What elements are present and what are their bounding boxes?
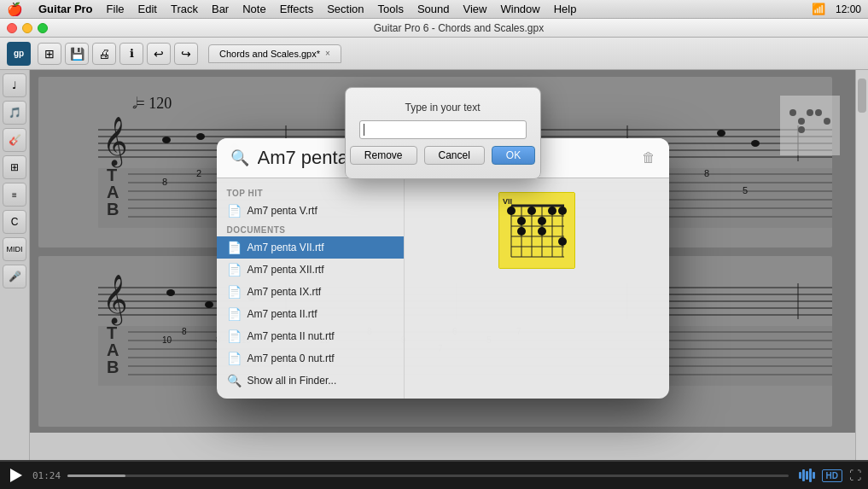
svg-point-95 xyxy=(807,109,813,116)
result-text-3: Am7 penta IX.rtf xyxy=(248,286,322,298)
result-text-finder: Show all in Finder... xyxy=(248,375,337,387)
play-icon xyxy=(10,469,22,482)
effects-menu[interactable]: Effects xyxy=(273,0,321,19)
result-item-5[interactable]: 📄 Am7 penta II nut.rtf xyxy=(217,325,404,347)
menubar: 🍎 Guitar Pro File Edit Track Bar Note Ef… xyxy=(0,0,868,19)
documents-label: DOCUMENTS xyxy=(217,222,404,236)
menubar-right: 📶 12:00 xyxy=(812,3,861,15)
toolbar-btn-info[interactable]: ℹ xyxy=(119,43,143,65)
spotlight-search-icon: 🔍 xyxy=(230,148,249,167)
sidebar-icon-2[interactable]: 🎵 xyxy=(3,101,26,125)
top-hit-label: TOP HIT xyxy=(217,185,404,200)
scrollbar-thumb[interactable] xyxy=(858,79,866,113)
tab-close-btn[interactable]: × xyxy=(325,49,330,58)
sidebar-icon-6[interactable]: C xyxy=(3,210,26,234)
traffic-lights xyxy=(7,23,48,33)
result-text-0: Am7 penta V.rtf xyxy=(248,205,317,217)
waveform-bar-1 xyxy=(799,472,801,479)
bottom-bar: 01:24 HD ⛶ xyxy=(0,462,868,489)
toolbar-btn-redo[interactable]: ↪ xyxy=(174,43,198,65)
view-menu[interactable]: View xyxy=(457,0,494,19)
tools-menu[interactable]: Tools xyxy=(371,0,411,19)
toolbar-btn-3[interactable]: 🖨 xyxy=(92,43,116,65)
progress-bar[interactable] xyxy=(67,474,788,477)
result-item-0[interactable]: 📄 Am7 penta V.rtf xyxy=(217,200,404,222)
sidebar-icon-mic[interactable]: 🎤 xyxy=(3,265,26,288)
svg-point-93 xyxy=(789,109,796,116)
minimize-button[interactable] xyxy=(22,23,32,33)
result-icon-1: 📄 xyxy=(227,241,241,254)
result-item-3[interactable]: 📄 Am7 penta IX.rtf xyxy=(217,281,404,303)
dialog-buttons: Remove Cancel OK xyxy=(359,146,527,165)
svg-point-85 xyxy=(527,207,536,215)
svg-point-84 xyxy=(517,217,526,225)
result-icon-0: 📄 xyxy=(227,204,241,218)
toolbar-btn-undo[interactable]: ↩ xyxy=(147,43,171,65)
clock: 12:00 xyxy=(836,3,861,15)
result-text-6: Am7 penta 0 nut.rtf xyxy=(248,352,335,364)
result-icon-finder: 🔍 xyxy=(227,374,241,387)
svg-text:VII: VII xyxy=(503,197,512,206)
track-menu[interactable]: Track xyxy=(164,0,205,19)
section-menu[interactable]: Section xyxy=(320,0,370,19)
result-item-finder[interactable]: 🔍 Show all in Finder... xyxy=(217,370,404,392)
sidebar-icon-3[interactable]: 🎸 xyxy=(3,128,26,152)
bar-menu[interactable]: Bar xyxy=(205,0,236,19)
svg-point-90 xyxy=(538,227,546,236)
result-icon-6: 📄 xyxy=(227,352,241,365)
waveform-bar-2 xyxy=(802,469,805,481)
result-text-4: Am7 penta II.rtf xyxy=(248,308,317,320)
spotlight-clear-button[interactable]: 🗑 xyxy=(642,150,655,166)
result-item-1[interactable]: 📄 Am7 penta VII.rtf xyxy=(217,236,404,259)
result-text-5: Am7 penta II nut.rtf xyxy=(248,330,335,342)
result-icon-2: 📄 xyxy=(227,263,241,277)
waveform-bar-5 xyxy=(813,472,815,479)
sound-menu[interactable]: Sound xyxy=(411,0,457,19)
left-sidebar: ♩ 🎵 🎸 ⊞ ≡ C MIDI 🎤 xyxy=(0,70,30,460)
tab-title: Chords and Scales.gpx* xyxy=(219,49,320,59)
ok-button[interactable]: OK xyxy=(492,146,535,165)
sidebar-icon-midi[interactable]: MIDI xyxy=(3,237,26,261)
play-button[interactable] xyxy=(7,466,26,485)
svg-point-91 xyxy=(558,237,567,246)
close-button[interactable] xyxy=(7,23,17,33)
app-menu[interactable]: Guitar Pro xyxy=(32,0,100,19)
svg-point-87 xyxy=(548,207,556,215)
right-scrollbar[interactable] xyxy=(855,70,868,460)
edit-menu[interactable]: Edit xyxy=(131,0,164,19)
sidebar-icon-5[interactable]: ≡ xyxy=(3,183,26,207)
toolbar-btn-1[interactable]: ⊞ xyxy=(38,43,61,65)
text-cursor xyxy=(364,124,364,136)
dialog-chord-svg xyxy=(780,96,840,155)
cancel-button[interactable]: Cancel xyxy=(424,146,485,165)
main-area: ♩ 🎵 🎸 ⊞ ≡ C MIDI 🎤 𝅗𝅥 = 120 xyxy=(0,70,868,460)
apple-menu[interactable]: 🍎 xyxy=(7,2,23,17)
maximize-button[interactable] xyxy=(38,23,48,33)
app-logo: gp xyxy=(7,42,31,66)
fullscreen-button[interactable]: ⛶ xyxy=(849,469,861,482)
result-item-6[interactable]: 📄 Am7 penta 0 nut.rtf xyxy=(217,347,404,370)
result-item-4[interactable]: 📄 Am7 penta II.rtf xyxy=(217,303,404,325)
result-item-2[interactable]: 📄 Am7 penta XII.rtf xyxy=(217,259,404,281)
sidebar-icon-4[interactable]: ⊞ xyxy=(3,155,26,179)
tab-container: Chords and Scales.gpx* × xyxy=(208,44,341,63)
file-menu[interactable]: File xyxy=(100,0,131,19)
dialog-text-input[interactable] xyxy=(359,120,527,139)
help-menu[interactable]: Help xyxy=(547,0,584,19)
result-icon-4: 📄 xyxy=(227,307,241,321)
svg-point-96 xyxy=(815,109,822,116)
waveform-display xyxy=(799,469,815,482)
result-icon-3: 📄 xyxy=(227,285,241,299)
dialog-box: Type in your text xyxy=(345,87,541,179)
waveform-bar-4 xyxy=(809,469,812,482)
window-title: Guitar Pro 6 - Chords and Scales.gpx xyxy=(56,22,861,34)
toolbar: gp ⊞ 💾 🖨 ℹ ↩ ↪ Chords and Scales.gpx* × xyxy=(0,38,868,70)
spotlight-preview: VII xyxy=(405,178,669,399)
remove-button[interactable]: Remove xyxy=(350,146,417,165)
svg-point-88 xyxy=(558,207,567,215)
sidebar-icon-1[interactable]: ♩ xyxy=(3,73,26,97)
toolbar-btn-2[interactable]: 💾 xyxy=(65,43,89,65)
note-menu[interactable]: Note xyxy=(236,0,272,19)
window-menu[interactable]: Window xyxy=(493,0,546,19)
main-tab[interactable]: Chords and Scales.gpx* × xyxy=(208,44,341,63)
